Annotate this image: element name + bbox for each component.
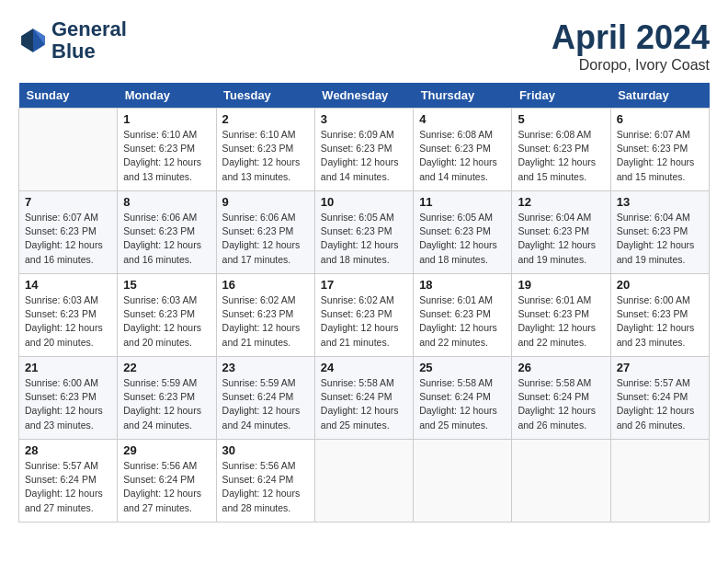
week-row-2: 7Sunrise: 6:07 AMSunset: 6:23 PMDaylight…: [19, 191, 710, 274]
calendar-cell: 18Sunrise: 6:01 AMSunset: 6:23 PMDayligh…: [414, 274, 512, 357]
logo-text: General Blue: [51, 18, 127, 63]
week-row-5: 28Sunrise: 5:57 AMSunset: 6:24 PMDayligh…: [19, 440, 710, 523]
day-info: Sunrise: 6:02 AMSunset: 6:23 PMDaylight:…: [222, 293, 309, 350]
calendar-cell: 7Sunrise: 6:07 AMSunset: 6:23 PMDaylight…: [19, 191, 118, 274]
calendar-cell: 28Sunrise: 5:57 AMSunset: 6:24 PMDayligh…: [19, 440, 118, 523]
day-info: Sunrise: 5:56 AMSunset: 6:24 PMDaylight:…: [222, 459, 309, 515]
day-number: 28: [25, 443, 111, 457]
calendar-cell: 9Sunrise: 6:06 AMSunset: 6:23 PMDaylight…: [216, 191, 314, 274]
day-info: Sunrise: 6:07 AMSunset: 6:23 PMDaylight:…: [617, 128, 703, 184]
day-number: 1: [123, 112, 210, 126]
day-number: 19: [518, 278, 604, 292]
day-info: Sunrise: 6:06 AMSunset: 6:23 PMDaylight:…: [222, 211, 309, 267]
calendar-cell: 12Sunrise: 6:04 AMSunset: 6:23 PMDayligh…: [512, 191, 610, 274]
calendar-cell: 4Sunrise: 6:08 AMSunset: 6:23 PMDaylight…: [414, 109, 512, 191]
calendar-cell: 3Sunrise: 6:09 AMSunset: 6:23 PMDaylight…: [314, 109, 413, 191]
calendar-cell: 30Sunrise: 5:56 AMSunset: 6:24 PMDayligh…: [216, 440, 314, 523]
calendar-cell: [610, 440, 709, 523]
logo: General Blue: [18, 18, 127, 63]
day-number: 5: [518, 112, 604, 126]
calendar-cell: 25Sunrise: 5:58 AMSunset: 6:24 PMDayligh…: [414, 357, 512, 440]
day-number: 24: [321, 361, 407, 374]
calendar-table: Sunday Monday Tuesday Wednesday Thursday…: [18, 83, 710, 523]
logo-line2: Blue: [51, 40, 127, 63]
day-info: Sunrise: 5:57 AMSunset: 6:24 PMDaylight:…: [25, 459, 111, 515]
day-info: Sunrise: 6:05 AMSunset: 6:23 PMDaylight:…: [321, 211, 407, 267]
calendar-body: 1Sunrise: 6:10 AMSunset: 6:23 PMDaylight…: [19, 109, 710, 523]
day-number: 22: [123, 361, 210, 374]
day-number: 29: [123, 443, 210, 457]
calendar-cell: 14Sunrise: 6:03 AMSunset: 6:23 PMDayligh…: [19, 274, 118, 357]
logo-icon: [18, 26, 48, 55]
col-wednesday: Wednesday: [314, 83, 413, 109]
calendar-cell: 13Sunrise: 6:04 AMSunset: 6:23 PMDayligh…: [610, 191, 709, 274]
day-number: 25: [419, 361, 506, 374]
calendar-header: Sunday Monday Tuesday Wednesday Thursday…: [19, 83, 710, 109]
header-row: Sunday Monday Tuesday Wednesday Thursday…: [19, 83, 710, 109]
day-info: Sunrise: 6:03 AMSunset: 6:23 PMDaylight:…: [25, 293, 111, 350]
col-sunday: Sunday: [19, 83, 118, 109]
day-number: 26: [518, 361, 604, 374]
calendar-cell: 23Sunrise: 5:59 AMSunset: 6:24 PMDayligh…: [216, 357, 314, 440]
day-info: Sunrise: 6:00 AMSunset: 6:23 PMDaylight:…: [617, 293, 703, 350]
day-number: 3: [321, 112, 407, 126]
location: Doropo, Ivory Coast: [552, 57, 710, 74]
col-friday: Friday: [512, 83, 610, 109]
calendar-cell: 8Sunrise: 6:06 AMSunset: 6:23 PMDaylight…: [118, 191, 216, 274]
day-number: 16: [222, 278, 309, 292]
week-row-3: 14Sunrise: 6:03 AMSunset: 6:23 PMDayligh…: [19, 274, 710, 357]
calendar-cell: 24Sunrise: 5:58 AMSunset: 6:24 PMDayligh…: [314, 357, 413, 440]
day-info: Sunrise: 6:08 AMSunset: 6:23 PMDaylight:…: [419, 128, 506, 184]
day-number: 27: [617, 361, 703, 374]
day-number: 18: [419, 278, 506, 292]
day-info: Sunrise: 6:10 AMSunset: 6:23 PMDaylight:…: [222, 128, 309, 184]
calendar-cell: 6Sunrise: 6:07 AMSunset: 6:23 PMDaylight…: [610, 109, 709, 191]
col-tuesday: Tuesday: [216, 83, 314, 109]
day-info: Sunrise: 6:01 AMSunset: 6:23 PMDaylight:…: [518, 293, 604, 350]
day-info: Sunrise: 6:06 AMSunset: 6:23 PMDaylight:…: [123, 211, 210, 267]
calendar-cell: 10Sunrise: 6:05 AMSunset: 6:23 PMDayligh…: [314, 191, 413, 274]
day-number: 13: [617, 195, 703, 209]
day-number: 21: [25, 361, 111, 374]
logo-line1: General: [51, 18, 127, 40]
calendar-cell: 5Sunrise: 6:08 AMSunset: 6:23 PMDaylight…: [512, 109, 610, 191]
day-number: 17: [321, 278, 407, 292]
day-number: 9: [222, 195, 309, 209]
page-header: General Blue April 2024 Doropo, Ivory Co…: [18, 18, 710, 74]
day-info: Sunrise: 6:10 AMSunset: 6:23 PMDaylight:…: [123, 128, 210, 184]
col-monday: Monday: [118, 83, 216, 109]
day-number: 11: [419, 195, 506, 209]
title-area: April 2024 Doropo, Ivory Coast: [552, 18, 710, 74]
day-info: Sunrise: 6:03 AMSunset: 6:23 PMDaylight:…: [123, 293, 210, 350]
day-number: 15: [123, 278, 210, 292]
day-number: 30: [222, 443, 309, 457]
calendar-cell: 11Sunrise: 6:05 AMSunset: 6:23 PMDayligh…: [414, 191, 512, 274]
calendar-cell: 19Sunrise: 6:01 AMSunset: 6:23 PMDayligh…: [512, 274, 610, 357]
calendar-cell: 21Sunrise: 6:00 AMSunset: 6:23 PMDayligh…: [19, 357, 118, 440]
col-saturday: Saturday: [610, 83, 709, 109]
day-number: 12: [518, 195, 604, 209]
day-info: Sunrise: 6:07 AMSunset: 6:23 PMDaylight:…: [25, 211, 111, 267]
day-number: 23: [222, 361, 309, 374]
day-number: 2: [222, 112, 309, 126]
calendar-cell: [414, 440, 512, 523]
day-info: Sunrise: 6:04 AMSunset: 6:23 PMDaylight:…: [518, 211, 604, 267]
day-info: Sunrise: 5:59 AMSunset: 6:23 PMDaylight:…: [123, 376, 210, 432]
calendar-cell: [314, 440, 413, 523]
day-number: 4: [419, 112, 506, 126]
week-row-4: 21Sunrise: 6:00 AMSunset: 6:23 PMDayligh…: [19, 357, 710, 440]
day-info: Sunrise: 6:04 AMSunset: 6:23 PMDaylight:…: [617, 211, 703, 267]
calendar-cell: 17Sunrise: 6:02 AMSunset: 6:23 PMDayligh…: [314, 274, 413, 357]
day-info: Sunrise: 5:58 AMSunset: 6:24 PMDaylight:…: [321, 376, 407, 432]
day-number: 14: [25, 278, 111, 292]
calendar-cell: 16Sunrise: 6:02 AMSunset: 6:23 PMDayligh…: [216, 274, 314, 357]
calendar-cell: 26Sunrise: 5:58 AMSunset: 6:24 PMDayligh…: [512, 357, 610, 440]
calendar-cell: 20Sunrise: 6:00 AMSunset: 6:23 PMDayligh…: [610, 274, 709, 357]
day-info: Sunrise: 6:08 AMSunset: 6:23 PMDaylight:…: [518, 128, 604, 184]
day-info: Sunrise: 5:56 AMSunset: 6:24 PMDaylight:…: [123, 459, 210, 515]
calendar-cell: [19, 109, 118, 191]
day-number: 8: [123, 195, 210, 209]
day-info: Sunrise: 6:09 AMSunset: 6:23 PMDaylight:…: [321, 128, 407, 184]
col-thursday: Thursday: [414, 83, 512, 109]
day-info: Sunrise: 6:01 AMSunset: 6:23 PMDaylight:…: [419, 293, 506, 350]
